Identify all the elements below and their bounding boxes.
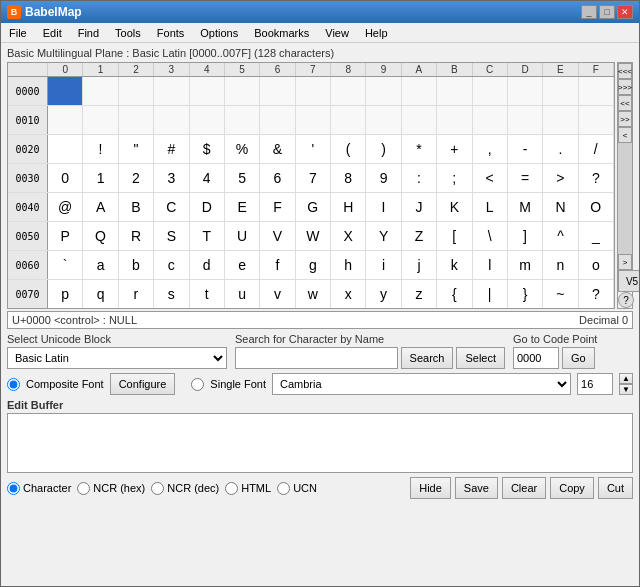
unicode-block-select[interactable]: Basic LatinLatin-1 SupplementLatin Exten… xyxy=(7,347,227,369)
char-cell[interactable] xyxy=(260,77,295,105)
char-cell[interactable]: % xyxy=(225,135,260,163)
char-cell[interactable]: b xyxy=(119,251,154,279)
font-size-down[interactable]: ▼ xyxy=(619,384,633,395)
char-cell[interactable]: Y xyxy=(366,222,401,250)
go-button[interactable]: Go xyxy=(562,347,595,369)
font-size-input[interactable] xyxy=(577,373,613,395)
menu-item-fonts[interactable]: Fonts xyxy=(149,25,193,41)
minimize-button[interactable]: _ xyxy=(581,5,597,19)
scroll-up[interactable]: < xyxy=(618,127,632,143)
char-cell[interactable]: K xyxy=(437,193,472,221)
char-cell[interactable] xyxy=(119,106,154,134)
char-cell[interactable]: n xyxy=(543,251,578,279)
char-cell[interactable]: t xyxy=(190,280,225,308)
char-cell[interactable]: z xyxy=(402,280,437,308)
char-cell[interactable]: H xyxy=(331,193,366,221)
char-cell[interactable] xyxy=(190,77,225,105)
char-cell[interactable]: 0 xyxy=(48,164,83,192)
menu-item-file[interactable]: File xyxy=(1,25,35,41)
scroll-top-bottom[interactable]: >>> xyxy=(618,79,632,95)
char-cell[interactable]: m xyxy=(508,251,543,279)
char-cell[interactable]: Z xyxy=(402,222,437,250)
char-cell[interactable]: o xyxy=(579,251,614,279)
char-cell[interactable]: r xyxy=(119,280,154,308)
char-cell[interactable]: w xyxy=(296,280,331,308)
char-cell[interactable]: I xyxy=(366,193,401,221)
char-cell[interactable] xyxy=(579,77,614,105)
char-cell[interactable]: 1 xyxy=(83,164,118,192)
char-cell[interactable]: N xyxy=(543,193,578,221)
char-cell[interactable]: x xyxy=(331,280,366,308)
char-cell[interactable]: j xyxy=(402,251,437,279)
char-cell[interactable]: y xyxy=(366,280,401,308)
char-cell[interactable] xyxy=(473,77,508,105)
char-cell[interactable]: * xyxy=(402,135,437,163)
char-cell[interactable]: q xyxy=(83,280,118,308)
char-cell[interactable]: & xyxy=(260,135,295,163)
char-cell[interactable]: D xyxy=(190,193,225,221)
char-cell[interactable]: : xyxy=(402,164,437,192)
edit-buffer-textarea[interactable] xyxy=(7,413,633,473)
menu-item-edit[interactable]: Edit xyxy=(35,25,70,41)
copy-button[interactable]: Copy xyxy=(550,477,594,499)
char-cell[interactable]: @ xyxy=(48,193,83,221)
char-cell[interactable]: A xyxy=(83,193,118,221)
font-name-select[interactable]: Cambria xyxy=(272,373,571,395)
char-cell[interactable]: h xyxy=(331,251,366,279)
goto-input[interactable] xyxy=(513,347,559,369)
char-cell[interactable]: f xyxy=(260,251,295,279)
char-cell[interactable] xyxy=(508,106,543,134)
char-cell[interactable] xyxy=(296,106,331,134)
menu-item-view[interactable]: View xyxy=(317,25,357,41)
char-cell[interactable]: [ xyxy=(437,222,472,250)
cut-button[interactable]: Cut xyxy=(598,477,633,499)
char-cell[interactable]: W xyxy=(296,222,331,250)
char-cell[interactable] xyxy=(83,106,118,134)
scroll-mid-top[interactable]: << xyxy=(618,95,632,111)
char-cell[interactable] xyxy=(48,135,83,163)
scroll-track[interactable] xyxy=(618,143,632,254)
char-cell[interactable]: 9 xyxy=(366,164,401,192)
character-radio[interactable] xyxy=(7,482,20,495)
char-cell[interactable] xyxy=(366,77,401,105)
char-cell[interactable]: C xyxy=(154,193,189,221)
char-cell[interactable]: ] xyxy=(508,222,543,250)
single-font-radio[interactable] xyxy=(191,378,204,391)
char-cell[interactable]: 6 xyxy=(260,164,295,192)
char-cell[interactable] xyxy=(154,77,189,105)
char-cell[interactable]: 2 xyxy=(119,164,154,192)
char-cell[interactable] xyxy=(83,77,118,105)
char-cell[interactable] xyxy=(331,77,366,105)
char-cell[interactable]: k xyxy=(437,251,472,279)
char-cell[interactable]: = xyxy=(508,164,543,192)
char-cell[interactable]: i xyxy=(366,251,401,279)
char-cell[interactable]: ; xyxy=(437,164,472,192)
menu-item-help[interactable]: Help xyxy=(357,25,396,41)
char-cell[interactable] xyxy=(437,106,472,134)
char-cell[interactable]: _ xyxy=(579,222,614,250)
char-cell[interactable]: S xyxy=(154,222,189,250)
char-cell[interactable]: T xyxy=(190,222,225,250)
char-cell[interactable]: } xyxy=(508,280,543,308)
char-cell[interactable]: B xyxy=(119,193,154,221)
hide-button[interactable]: Hide xyxy=(410,477,451,499)
char-cell[interactable]: ` xyxy=(48,251,83,279)
char-cell[interactable]: ( xyxy=(331,135,366,163)
search-input[interactable] xyxy=(235,347,398,369)
char-cell[interactable]: a xyxy=(83,251,118,279)
help-button[interactable]: ? xyxy=(618,292,634,308)
maximize-button[interactable]: □ xyxy=(599,5,615,19)
char-cell[interactable]: . xyxy=(543,135,578,163)
menu-item-tools[interactable]: Tools xyxy=(107,25,149,41)
char-cell[interactable]: p xyxy=(48,280,83,308)
clear-button[interactable]: Clear xyxy=(502,477,546,499)
char-cell[interactable] xyxy=(508,77,543,105)
char-cell[interactable]: R xyxy=(119,222,154,250)
char-cell[interactable]: l xyxy=(473,251,508,279)
char-cell[interactable]: \ xyxy=(473,222,508,250)
char-cell[interactable] xyxy=(366,106,401,134)
char-cell[interactable]: " xyxy=(119,135,154,163)
char-cell[interactable]: 8 xyxy=(331,164,366,192)
char-cell[interactable]: ' xyxy=(296,135,331,163)
char-cell[interactable]: u xyxy=(225,280,260,308)
